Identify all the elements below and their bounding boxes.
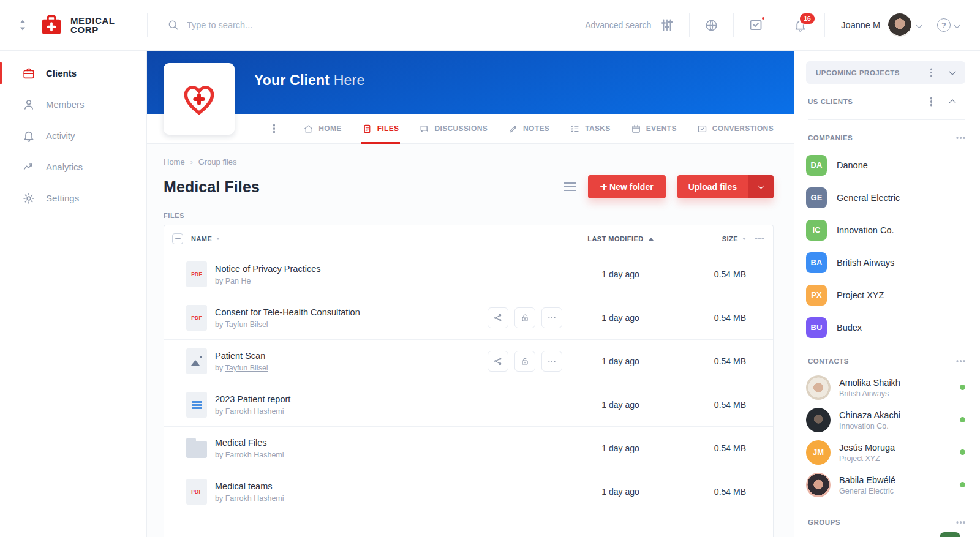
breadcrumb-home[interactable]: Home — [164, 157, 185, 167]
client-tabbar: HOME FILES DISCUSSIONS NOTES — [147, 114, 794, 144]
medical-briefcase-logo-icon — [39, 13, 64, 37]
search-icon — [167, 19, 179, 31]
us-clients-panel[interactable]: US CLIENTS — [806, 92, 965, 111]
client-tab[interactable]: CONVERSTIONS — [697, 114, 774, 143]
user-name[interactable]: Joanne M — [841, 20, 880, 30]
upload-files-button[interactable]: Upload files — [677, 175, 774, 198]
topbar-left: MEDICAL CORP — [0, 13, 147, 37]
company-item[interactable]: IC Innovation Co. — [806, 214, 965, 246]
help-menu-chevron-icon[interactable] — [954, 22, 960, 28]
lock-button[interactable] — [514, 351, 535, 372]
file-row[interactable]: PDF 2023 Patient report by Farrokh Hashe… — [164, 383, 773, 426]
groups-more-icon[interactable] — [960, 521, 962, 524]
sidebar-item-label: Analytics — [46, 162, 83, 172]
client-tab[interactable]: DISCUSSIONS — [419, 114, 488, 143]
file-name[interactable]: Medical teams — [215, 481, 284, 492]
filter-sliders-icon[interactable] — [660, 18, 674, 32]
lock-button[interactable] — [514, 307, 535, 328]
upload-dropdown-toggle[interactable] — [748, 175, 774, 198]
file-size-value: 0.54 MB — [714, 400, 746, 410]
column-header-last-modified[interactable]: LAST MODIFIED — [587, 235, 653, 242]
notifications-bell-icon[interactable]: 16 — [793, 18, 807, 32]
last-modified-value: 1 day ago — [601, 313, 639, 323]
tab-icon — [362, 124, 372, 134]
file-row[interactable]: PDF Consent for Tele-Health Consultation… — [164, 296, 773, 339]
author-link[interactable]: Farrokh Hashemi — [225, 451, 284, 459]
client-tab[interactable]: EVENTS — [631, 114, 677, 143]
sidebar-item[interactable]: Clients — [0, 58, 146, 89]
tab-icon — [419, 124, 429, 134]
file-author: by Farrokh Hashemi — [215, 494, 284, 503]
row-more-button[interactable] — [541, 307, 562, 328]
company-item[interactable]: PX Project XYZ — [806, 279, 965, 311]
client-banner: Your Client Here — [147, 51, 794, 114]
user-menu-chevron-icon[interactable] — [916, 22, 922, 28]
sidebar-item[interactable]: Members — [0, 89, 146, 120]
file-row[interactable]: PDF Medical Files by Farrokh Hashemi — [164, 426, 773, 470]
row-more-button[interactable] — [541, 351, 562, 372]
author-link[interactable]: Tayfun Bilsel — [225, 364, 268, 372]
us-clients-collapse-icon[interactable] — [949, 99, 956, 106]
file-row[interactable]: PDF Notice of Privacy Practices by Pan H… — [164, 252, 773, 296]
share-button[interactable] — [488, 351, 508, 372]
author-link[interactable]: Pan He — [225, 277, 251, 285]
column-header-name[interactable]: NAME — [191, 235, 220, 242]
file-type-icon: PDF — [186, 348, 207, 374]
client-title-light: Here — [334, 72, 365, 88]
share-button[interactable] — [488, 307, 508, 328]
client-tab[interactable]: NOTES — [508, 114, 549, 143]
sidebar-item[interactable]: Activity — [0, 120, 146, 151]
panel-toggle-icon[interactable] — [18, 18, 27, 32]
sidebar-item-icon — [22, 160, 36, 174]
app-logo[interactable]: MEDICAL CORP — [39, 13, 115, 37]
contact-item[interactable]: Chinaza Akachi Innovation Co. — [806, 404, 965, 436]
company-item[interactable]: GE General Electric — [806, 181, 965, 214]
author-link[interactable]: Farrokh Hashemi — [225, 494, 284, 503]
upcoming-projects-panel[interactable]: UPCOMING PROJECTS — [806, 61, 965, 84]
help-icon[interactable]: ? — [937, 18, 951, 32]
file-name[interactable]: Consent for Tele-Health Consultation — [215, 307, 360, 318]
file-row[interactable]: PDF Patient Scan by Tayfun Bilsel — [164, 339, 773, 383]
company-item[interactable]: DA Danone — [806, 149, 965, 181]
globe-icon[interactable] — [704, 18, 718, 32]
contact-item[interactable]: Amolika Shaikh British Airways — [806, 371, 965, 404]
upcoming-projects-more-icon[interactable] — [930, 72, 933, 74]
messages-icon[interactable] — [748, 18, 763, 32]
advanced-search-link[interactable]: Advanced search — [585, 20, 651, 30]
author-link[interactable]: Farrokh Hashemi — [225, 407, 284, 416]
client-tab[interactable]: HOME — [303, 114, 341, 143]
new-folder-button[interactable]: New folder — [588, 175, 666, 198]
select-all-checkbox[interactable] — [172, 233, 183, 244]
us-clients-more-icon[interactable] — [930, 100, 933, 103]
author-link[interactable]: Tayfun Bilsel — [225, 320, 268, 329]
page-title: Medical Files — [164, 178, 260, 196]
tab-label: FILES — [377, 124, 399, 133]
file-name[interactable]: Medical Files — [215, 437, 284, 449]
contact-company: Project XYZ — [839, 454, 895, 463]
sidebar-item[interactable]: Settings — [0, 182, 146, 214]
user-avatar[interactable] — [888, 13, 911, 37]
table-more-icon[interactable] — [758, 238, 761, 240]
contact-item[interactable]: Babila Ebwélé General Electric — [806, 468, 965, 501]
column-header-size[interactable]: SIZE — [722, 235, 746, 242]
company-item[interactable]: BU Budex — [806, 311, 965, 344]
company-item[interactable]: BA British Airways — [806, 246, 965, 279]
search-input[interactable] — [186, 20, 382, 31]
client-tab[interactable]: FILES — [362, 114, 399, 143]
file-name[interactable]: 2023 Patient report — [215, 394, 290, 405]
client-tab[interactable]: TASKS — [570, 114, 611, 143]
sort-up-icon — [649, 235, 654, 241]
tab-icon — [508, 124, 518, 134]
contact-name: Amolika Shaikh — [839, 377, 900, 388]
file-row[interactable]: PDF Medical teams by Farrokh Hashemi — [164, 470, 773, 513]
sidebar-item[interactable]: Analytics — [0, 151, 146, 182]
contacts-more-icon[interactable] — [960, 360, 962, 362]
contact-item[interactable]: JM Jesús Moruga Project XYZ — [806, 436, 965, 468]
companies-more-icon[interactable] — [960, 137, 962, 139]
contacts-label: CONTACTS — [808, 358, 849, 365]
upcoming-projects-expand-icon[interactable] — [949, 68, 956, 75]
list-view-icon[interactable] — [564, 182, 576, 191]
file-name[interactable]: Patient Scan — [215, 350, 268, 362]
file-name[interactable]: Notice of Privacy Practices — [215, 263, 320, 275]
tabbar-more-icon[interactable] — [273, 127, 276, 130]
